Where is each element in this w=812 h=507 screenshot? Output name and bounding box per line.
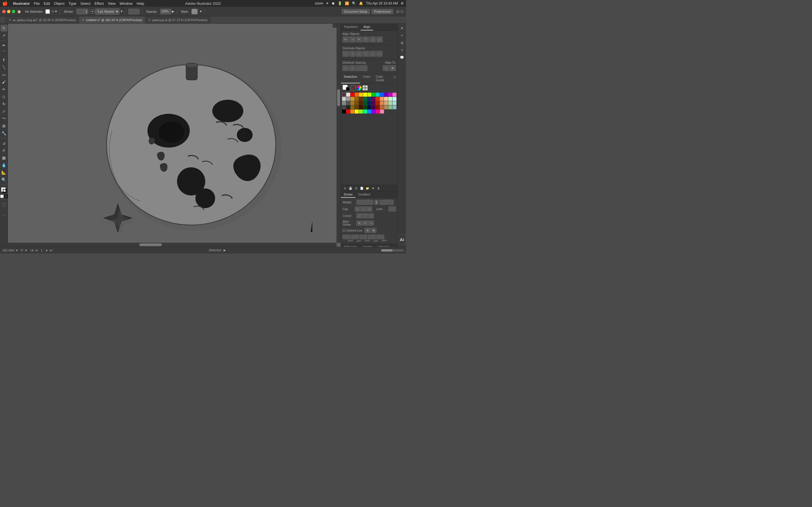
swatch-cell[interactable] [363,97,367,101]
tab-galaxy-png[interactable]: ✕ ☁ galaxy png.aic* @ 30.35 % (RGB/Previ… [6,16,79,23]
stroke-center-btn[interactable]: ⊡ [356,221,362,226]
swatch-cell[interactable] [380,101,384,105]
window-icon[interactable]: ⊡ [400,9,404,14]
notification-icon[interactable]: 🔔 [359,1,363,5]
save-icon[interactable]: 💾 [348,186,353,191]
zoom-dropdown-btn[interactable]: ▼ [15,249,18,252]
swatch-cell[interactable] [363,101,367,105]
style-arrow[interactable]: ▼ [199,10,202,13]
swatch-cell[interactable] [363,93,367,97]
swatch-cell[interactable] [380,93,384,97]
corner-round-btn[interactable]: ⌒ [362,213,368,218]
next-page-btn[interactable]: ▶ [45,248,49,252]
swatch-cell[interactable] [388,105,392,109]
dist-center-v-btn[interactable]: ↕ [349,51,356,57]
swatch-cell[interactable] [393,97,396,101]
align-tab[interactable]: Align [361,24,373,31]
minimize-button[interactable] [7,10,10,13]
weight-stepper[interactable]: ▲ ▼ [374,200,378,205]
edit-menu[interactable]: Edit [44,1,50,6]
dist-right-btn[interactable]: ↔ [376,51,383,57]
align-right-btn[interactable]: ⊢ [356,37,362,42]
dash-input-1[interactable] [343,235,350,239]
swatch-cell[interactable] [384,105,388,109]
swatch-cell[interactable] [355,110,359,114]
document-setup-button[interactable]: Document Setup [342,9,370,14]
swatch-cell[interactable] [376,110,380,114]
ai-tool-4[interactable]: ⊹ [399,47,405,54]
scale-tool[interactable]: ⤢ [1,108,7,115]
type-tool[interactable]: T [1,57,7,63]
swatch-cell[interactable] [371,93,375,97]
align-center-h-btn[interactable]: ⊣ [349,37,356,42]
pen-tool[interactable]: ✒ [1,42,7,49]
window-menu[interactable]: Window [119,1,133,6]
gradient-tab[interactable]: Gradient [356,191,373,198]
swatch-cell[interactable] [363,105,367,109]
canvas-area[interactable]: ‹ [8,24,341,247]
swatch-cell[interactable] [359,93,363,97]
close-button[interactable] [2,10,6,13]
ai-label[interactable]: Ai [398,234,406,244]
swatch-cell[interactable] [363,110,367,114]
swatch-cell[interactable] [384,93,388,97]
swatch-cell[interactable] [350,93,354,97]
swatch-cell[interactable] [367,93,371,97]
swatch-cell[interactable] [342,101,346,105]
maximize-button[interactable] [12,10,15,13]
last-page-btn[interactable]: ▶| [50,248,54,252]
swatch-cell[interactable] [346,105,350,109]
stroke-tab[interactable]: Stroke [341,191,356,198]
align-to-artboard[interactable]: ⊞ [390,65,396,71]
swatch-transparent[interactable] [342,93,346,97]
opacity-arrow[interactable]: ▶ [172,10,174,13]
horizontal-scroll-thumb[interactable] [139,243,162,246]
swatch-cell[interactable] [375,97,379,101]
control-center-icon[interactable]: ⚙ [401,1,404,5]
swatch-cell[interactable] [350,101,354,105]
swatch-cell[interactable] [388,93,392,97]
dashed-line-checkbox[interactable] [343,229,345,232]
swatch-cell[interactable] [342,110,346,114]
color-mode-fill[interactable] [0,194,4,198]
horizontal-scrollbar[interactable] [8,243,337,247]
swatch-cell[interactable] [359,110,363,114]
swatch-cell[interactable] [355,93,359,97]
opacity-value[interactable]: 100% [160,9,171,14]
swatch-cell[interactable] [342,97,346,101]
close-icon[interactable]: ✕ [148,18,151,22]
align-left-btn[interactable]: ⊢ [343,37,349,42]
stroke-style-select[interactable]: 5 pt. Round [95,8,119,15]
limit-input[interactable] [389,207,396,212]
gap-input-1[interactable] [351,235,359,239]
stroke-outside-btn[interactable]: ⊣ [368,221,374,226]
tab-untitled[interactable]: ✕ Untitled-1* @ 182.43 % (CMYK/Preview) [79,16,145,23]
swatch-cell[interactable] [371,97,375,101]
tab-galaxyyy[interactable]: ✕ galaxyyy.ai @ 57.13 % (CMYK/Preview) [145,16,211,23]
vertical-scrollbar[interactable] [337,24,341,243]
more-tools[interactable]: ⋯ [1,212,7,219]
none-swatch[interactable] [351,86,356,91]
close-icon[interactable]: ✕ [8,18,11,22]
paintbrush-tool[interactable]: 🖌 [1,78,7,86]
color-tab[interactable]: Color [360,74,373,83]
new-icon[interactable]: ✚ [370,186,375,191]
spectrum-swatch[interactable] [357,86,362,91]
swatch-cell[interactable] [359,101,363,105]
space-v-btn[interactable]: ↕ [349,65,356,71]
select-menu[interactable]: Select [80,1,91,6]
prev-page-btn[interactable]: ◀ [35,248,38,252]
swatch-cell[interactable] [393,105,396,109]
artboards-tab[interactable]: Artboards [341,244,360,247]
stroke-dot-icon[interactable]: ● [90,9,94,14]
swatch-cell[interactable] [384,97,388,101]
rotation-dropdown-btn[interactable]: ▼ [24,249,28,252]
dash-input-3[interactable] [376,235,384,239]
help-menu[interactable]: Help [137,1,144,6]
swatch-cell[interactable] [355,105,359,109]
swatch-cell[interactable] [388,101,392,105]
swatch-cell[interactable] [350,97,354,101]
swatch-cell[interactable] [367,110,371,114]
stroke-value[interactable] [77,9,85,14]
dashed-style-1[interactable]: ⊟ [364,228,370,233]
